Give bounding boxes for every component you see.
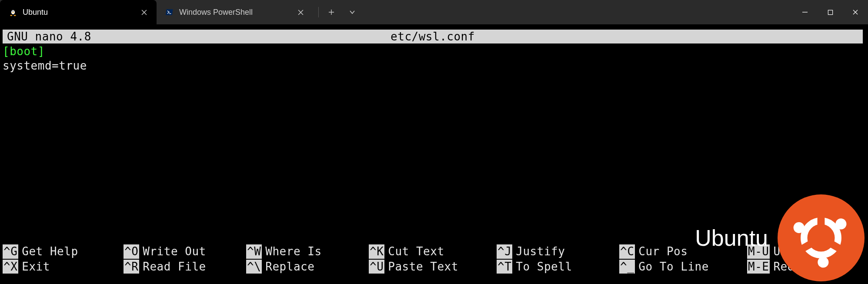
tab-dropdown-button[interactable] [342,4,362,20]
powershell-icon [165,8,174,17]
shortcut-replace: ^\Replace [246,260,364,274]
shortcut-read-file: ^RRead File [124,260,242,274]
titlebar: Ubuntu Windows PowerShell [0,0,868,24]
window-controls [792,0,868,24]
shortcut-write-out: ^OWrite Out [124,244,242,259]
terminal[interactable]: GNU nano 4.8 etc/wsl.conf [boot] systemd… [0,24,868,284]
close-icon[interactable] [295,7,306,18]
editor-line: systemd=true [3,59,865,73]
shortcut-undo: M-UUndo [747,244,834,259]
tux-icon [9,8,17,17]
svg-point-5 [14,15,16,16]
svg-point-4 [10,15,12,16]
shortcut-redo: M-ERedo [747,260,834,274]
shortcut-exit: ^XExit [3,260,119,274]
shortcut-cut-text: ^KCut Text [369,244,492,259]
close-icon[interactable] [138,7,150,18]
tab-ubuntu[interactable]: Ubuntu [0,0,157,24]
shortcut-row: ^XExit ^RRead File ^\Replace ^UPaste Tex… [3,260,863,274]
shortcut-row: ^GGet Help ^OWrite Out ^WWhere Is ^KCut … [3,244,863,259]
nano-file-path: etc/wsl.conf [347,30,518,44]
svg-rect-6 [828,10,832,14]
svg-point-3 [13,11,14,12]
editor-line: [boot] [3,44,865,59]
shortcut-justify: ^JJustify [497,244,615,259]
shortcut-cur-pos: ^CCur Pos [619,244,743,259]
tab-title: Windows PowerShell [179,8,290,17]
divider [318,7,319,17]
nano-header: GNU nano 4.8 etc/wsl.conf [3,30,863,43]
shortcut-paste-text: ^UPaste Text [369,260,492,274]
maximize-button[interactable] [818,2,843,23]
tab-actions [313,0,362,24]
new-tab-button[interactable] [321,4,341,20]
close-window-button[interactable] [843,2,868,23]
shortcut-get-help: ^GGet Help [3,244,119,259]
shortcut-go-to-line: ^_Go To Line [619,260,743,274]
tab-powershell[interactable]: Windows PowerShell [157,0,313,24]
tab-title: Ubuntu [23,8,133,17]
minimize-button[interactable] [792,2,818,23]
shortcut-to-spell: ^TTo Spell [497,260,615,274]
nano-shortcut-bar: ^GGet Help ^OWrite Out ^WWhere Is ^KCut … [3,244,863,274]
svg-point-2 [12,11,13,12]
nano-app-name: GNU nano 4.8 [7,30,347,44]
shortcut-where-is: ^WWhere Is [246,244,364,259]
nano-body[interactable]: [boot] systemd=true [0,43,868,74]
